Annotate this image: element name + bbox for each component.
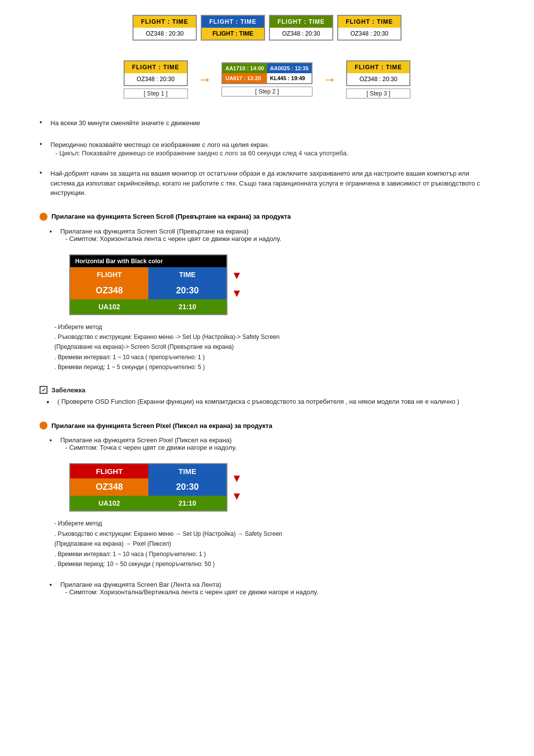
pixel-arrows: ▼ ▼ [231, 473, 242, 502]
arrow-1: → [198, 72, 212, 88]
bullet-section-3: • Най-добрият начин за защита на вашия м… [40, 169, 494, 198]
pixel-bullet-dot: • [49, 436, 57, 444]
step3-label: [ Step 3 ] [346, 89, 410, 98]
step1-label: [ Step 1 ] [124, 89, 188, 98]
screen-pixel-title: Прилагане на функцията Screen Pixel (Пик… [51, 422, 272, 429]
step3-bottom: OZ348 : 20:30 [347, 73, 409, 85]
step2-r2c2: KL445 : 19:49 [267, 73, 312, 83]
checkbox-note: ✓ Забележка [40, 386, 494, 394]
bullet-section-2: • Периодично показвайте местещо се изобр… [40, 140, 494, 157]
bar-sub1: - Симптом: Хоризонтална/Вертикална лента… [65, 588, 318, 596]
note-section: ✓ Забележка • ( Проверете OSD Function (… [40, 386, 494, 407]
bullet-2-sub: - Цикъл: Показвайте движещо се изображен… [55, 149, 349, 157]
bar-r2c2: 20:30 [148, 282, 226, 299]
bullet-dot-1: • [40, 118, 47, 126]
bar-r2c1: OZ348 [70, 282, 148, 299]
pixel-h1: FLIGHT [70, 464, 148, 478]
bullet-1-text: На всеки 30 минути сменяйте значите с дв… [50, 118, 200, 128]
note-header: Забележка [51, 386, 86, 394]
scroll-guide3: . Времеви интервал: 1 ~ 10 часа ( препор… [54, 352, 494, 362]
bullet-dot-3: • [40, 169, 47, 177]
card-1-bottom: OZ348 : 20:30 [134, 28, 196, 40]
pixel-arrow-1: ▼ [231, 473, 242, 484]
pixel-header: FLIGHT TIME [70, 464, 226, 478]
bar-table-header-text: Horizontal Bar with Black color [75, 258, 163, 265]
bar-table: Horizontal Bar with Black color FLIGHT T… [69, 254, 227, 315]
card-3-top: FLIGHT : TIME [270, 16, 332, 28]
pixel-sub1: - Симптом: Точка с черен цвят се движи н… [65, 444, 236, 451]
step2-r1c1: AA1710 : 14:00 [222, 63, 267, 73]
card-1-top: FLIGHT : TIME [134, 16, 196, 28]
step2-r2c1: UA917 : 13:20 [222, 73, 267, 83]
orange-circle-icon-2 [40, 422, 47, 429]
bullet-dot-2: • [40, 140, 47, 148]
card-2-top: FLIGHT : TIME [202, 16, 264, 28]
screen-scroll-content: • Прилагане на функцията Screen Scroll (… [40, 228, 494, 373]
bar-bullet-dot: • [49, 581, 57, 589]
arrow-down-2: ▼ [231, 288, 242, 299]
pixel-guide3: . Времеви интервал: 1 ~ 10 часа ( Препор… [54, 549, 494, 559]
bullet-2-text: Периодично показвайте местещо се изображ… [50, 141, 269, 148]
pixel-r2c1: OZ348 [70, 478, 148, 496]
scroll-guide4: . Времеви период: 1 ~ 5 секунди ( препор… [54, 362, 494, 372]
card-4-top: FLIGHT : TIME [338, 16, 400, 28]
bar-row-2: OZ348 20:30 [70, 282, 226, 299]
bar-r1c1: FLIGHT [70, 267, 148, 282]
pixel-guide4: . Времеви период: 10 ~ 50 секунди ( преп… [54, 559, 494, 569]
bar-row-3: UA102 21:10 [70, 299, 226, 314]
bar-r3c2: 21:10 [148, 299, 226, 314]
scroll-sub1: - Симптом: Хоризонтална лента с черен цв… [65, 235, 281, 242]
scroll-select-method: - Изберете метод [54, 322, 494, 332]
screen-pixel-content: • Прилагане на функцията Screen Pixel (П… [40, 436, 494, 569]
screen-bar-section: • Прилагане на функцията Screen Bar (Лен… [40, 581, 494, 596]
pixel-bullet-text: Прилагане на функцията Screen Pixel (Пик… [60, 436, 232, 444]
step1-bottom: OZ348 : 20:30 [125, 73, 187, 85]
bar-bullet-text: Прилагане на функцията Screen Bar (Лента… [60, 581, 222, 588]
bar-row-1: FLIGHT TIME [70, 267, 226, 282]
scroll-bullet-text: Прилагане на функцията Screen Scroll (Пр… [60, 228, 249, 235]
step2-container: AA1710 : 14:00 AA0025 : 12:35 UA917 : 13… [222, 62, 313, 96]
screen-pixel-header: Прилагане на функцията Screen Pixel (Пик… [40, 422, 494, 429]
note-bullet-dot: • [46, 398, 54, 407]
step2-r1c2: AA0025 : 12:35 [267, 63, 312, 73]
pixel-guide1: . Ръководство с инструкции: Екранно меню… [54, 529, 494, 539]
scroll-detail: - Изберете метод . Ръководство с инструк… [54, 322, 494, 373]
note-bullet: • ( Проверете OSD Function (Екранни функ… [46, 398, 494, 407]
step3-card: FLIGHT : TIME OZ348 : 20:30 [346, 60, 410, 86]
screen-scroll-header: Прилагане на функцията Screen Scroll (Пр… [40, 213, 494, 221]
bar-r1c2: TIME [148, 267, 226, 282]
arrow-2: → [322, 72, 336, 88]
bar-table-header: Horizontal Bar with Black color [70, 255, 226, 267]
bullet-section-1: • На всеки 30 минути сменяйте значите с … [40, 118, 494, 128]
scroll-guide1: . Ръководство с инструкции: Екранно меню… [54, 332, 494, 342]
pixel-detail: - Изберете метод . Ръководство с инструк… [54, 519, 494, 569]
card-3-bottom: OZ348 : 20:30 [270, 28, 332, 40]
top-cards-section: FLIGHT : TIME OZ348 : 20:30 FLIGHT : TIM… [40, 15, 494, 41]
orange-circle-icon [40, 213, 47, 221]
scroll-arrows: ▼ ▼ [231, 270, 242, 299]
card-1: FLIGHT : TIME OZ348 : 20:30 [133, 15, 197, 41]
card-4-bottom: OZ348 : 20:30 [338, 28, 400, 40]
pixel-r2c2: 20:30 [148, 478, 226, 496]
step1-card: FLIGHT : TIME OZ348 : 20:30 [124, 60, 188, 86]
card-2-bottom: FLIGHT : TIME [202, 28, 264, 40]
card-3: FLIGHT : TIME OZ348 : 20:30 [269, 15, 333, 41]
pixel-row-2: OZ348 20:30 [70, 478, 226, 496]
step-section: FLIGHT : TIME OZ348 : 20:30 [ Step 1 ] →… [40, 60, 494, 98]
pixel-row-3: UA102 21:10 [70, 496, 226, 511]
step2-card: AA1710 : 14:00 AA0025 : 12:35 UA917 : 13… [222, 62, 313, 84]
pixel-r3c2: 21:10 [148, 496, 226, 511]
scroll-guide2: (Предпазване на екрана)-> Screen Scroll … [54, 342, 494, 352]
pixel-h2: TIME [148, 464, 226, 478]
pixel-select-method: - Изберете метод [54, 519, 494, 528]
bullet-3-text: Най-добрият начин за защита на вашия мон… [50, 169, 494, 198]
step1-container: FLIGHT : TIME OZ348 : 20:30 [ Step 1 ] [124, 60, 188, 98]
pixel-table: FLIGHT TIME OZ348 20:30 UA102 21:10 [69, 463, 227, 512]
pixel-arrow-2: ▼ [231, 491, 242, 502]
checkbox-icon: ✓ [40, 386, 47, 394]
scroll-bullet-dot: • [49, 228, 57, 236]
pixel-r3c1: UA102 [70, 496, 148, 511]
step3-container: FLIGHT : TIME OZ348 : 20:30 [ Step 3 ] [346, 60, 410, 98]
pixel-guide2: (Предпазване на екрана) → Pixel (Пиксел) [54, 539, 494, 549]
bar-r3c1: UA102 [70, 299, 148, 314]
